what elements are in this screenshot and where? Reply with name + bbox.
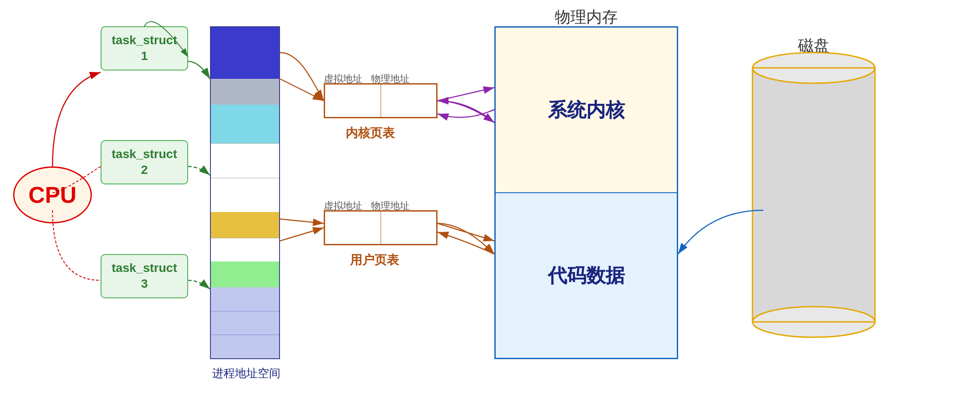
task-struct-1: task_struct1 xyxy=(101,26,188,71)
program-label: 程序 xyxy=(796,198,831,222)
addr-space-label: 进程地址空间 xyxy=(206,366,287,381)
kernel-section-label: 系统内核 xyxy=(548,97,625,123)
task1-label: task_struct1 xyxy=(112,32,177,64)
seg-blank1 xyxy=(211,143,279,178)
code-section: 代码数据 xyxy=(496,193,677,358)
kernel-pt-label: 内核页表 xyxy=(346,125,395,141)
kernel-page-table xyxy=(324,83,438,118)
seg-lib3 xyxy=(211,335,279,358)
svg-point-14 xyxy=(752,307,875,337)
svg-point-9 xyxy=(752,307,875,337)
physical-memory: 系统内核 代码数据 xyxy=(494,26,678,359)
seg-kernel-code xyxy=(211,27,279,79)
user-pt-cell-2 xyxy=(381,212,437,244)
user-pt-label: 用户页表 xyxy=(350,252,399,268)
code-section-label: 代码数据 xyxy=(548,263,625,289)
task-struct-3: task_struct3 xyxy=(101,254,188,298)
seg-lib2 xyxy=(211,311,279,335)
user-pt-cell-1 xyxy=(325,212,381,244)
seg-data xyxy=(211,212,279,238)
cpu-element: CPU xyxy=(13,166,92,223)
svg-point-8 xyxy=(752,53,875,83)
kernel-pt-cell-1 xyxy=(325,85,381,117)
seg-reserved xyxy=(211,79,279,105)
user-page-table xyxy=(324,210,438,245)
kernel-section: 系统内核 xyxy=(496,28,677,193)
seg-stack xyxy=(211,261,279,287)
address-space xyxy=(210,26,280,359)
disk-title: 磁盘 xyxy=(752,35,875,56)
program-box: 程序 xyxy=(763,175,864,245)
kernel-pt-cell-2 xyxy=(381,85,437,117)
seg-blank3 xyxy=(211,238,279,261)
cpu-label: CPU xyxy=(28,182,77,208)
seg-lib1 xyxy=(211,287,279,311)
phys-mem-title: 物理内存 xyxy=(494,7,678,28)
diagram-container: CPU task_struct1 task_struct2 task_struc… xyxy=(0,0,980,399)
seg-heap xyxy=(211,105,279,143)
seg-blank2 xyxy=(211,178,279,212)
task3-label: task_struct3 xyxy=(112,260,177,292)
task2-label: task_struct2 xyxy=(112,146,177,178)
task-struct-2: task_struct2 xyxy=(101,140,188,184)
svg-point-13 xyxy=(752,53,875,83)
